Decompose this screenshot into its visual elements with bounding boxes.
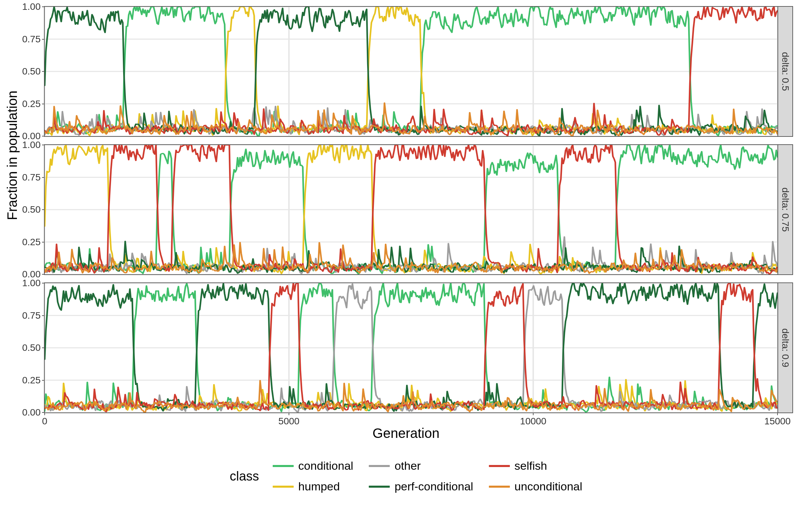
legend-swatch — [369, 465, 390, 467]
y-tick-label: 0.25 — [22, 237, 41, 248]
legend-label: unconditional — [515, 480, 582, 493]
y-tick-label: 0.50 — [22, 66, 41, 77]
x-tick-label: 5000 — [278, 416, 299, 427]
facet-panels: 0.000.250.500.751.00delta: 0.50.000.250.… — [44, 6, 793, 413]
facet-panel: 0.000.250.500.751.00delta: 0.75 — [44, 144, 793, 275]
legend-items: conditionalotherselfishhumpedperf-condit… — [273, 459, 582, 493]
x-axis-title: Generation — [373, 426, 439, 441]
legend-item: selfish — [489, 459, 582, 472]
facet-strip: delta: 0.75 — [778, 144, 793, 275]
x-tick-label: 10000 — [520, 416, 546, 427]
y-tick-label: 1.00 — [22, 1, 41, 12]
legend-label: perf-conditional — [394, 480, 473, 493]
legend-swatch — [369, 486, 390, 488]
y-tick-label: 0.50 — [22, 204, 41, 215]
y-tick-label: 0.25 — [22, 375, 41, 386]
x-tick-label: 0 — [42, 416, 47, 427]
legend-label: selfish — [515, 459, 547, 472]
legend-item: conditional — [273, 459, 354, 472]
y-axis-title: Fraction in population — [5, 91, 20, 220]
legend-item: perf-conditional — [369, 480, 473, 493]
legend-label: conditional — [298, 459, 354, 472]
x-tick-label: 15000 — [764, 416, 791, 427]
plot-area: 0.000.250.500.751.00050001000015000 — [44, 282, 778, 413]
legend: class conditionalotherselfishhumpedperf-… — [230, 459, 582, 493]
y-tick-label: 1.00 — [22, 140, 41, 150]
y-tick-label: 1.00 — [22, 278, 41, 289]
legend-item: humped — [273, 480, 354, 493]
facet-strip: delta: 0.5 — [778, 6, 793, 137]
legend-swatch — [273, 486, 294, 488]
facet-strip-label: delta: 0.75 — [780, 188, 791, 232]
facet-figure: Fraction in population 0.000.250.500.751… — [0, 0, 812, 508]
y-tick-label: 0.50 — [22, 342, 41, 353]
y-tick-label: 0.25 — [22, 99, 41, 109]
legend-label: humped — [298, 480, 340, 493]
plot-area: 0.000.250.500.751.00 — [44, 6, 778, 137]
legend-swatch — [489, 465, 510, 467]
facet-strip: delta: 0.9 — [778, 282, 793, 413]
y-tick-label: 0.00 — [22, 407, 41, 418]
legend-item: unconditional — [489, 480, 582, 493]
y-tick-label: 0.75 — [22, 172, 41, 183]
legend-label: other — [394, 459, 421, 472]
plot-area: 0.000.250.500.751.00 — [44, 144, 778, 275]
legend-swatch — [489, 486, 510, 488]
legend-title: class — [230, 469, 259, 484]
legend-item: other — [369, 459, 473, 472]
facet-strip-label: delta: 0.5 — [780, 52, 791, 91]
legend-swatch — [273, 465, 294, 467]
facet-panel: 0.000.250.500.751.00050001000015000delta… — [44, 282, 793, 413]
facet-panel: 0.000.250.500.751.00delta: 0.5 — [44, 6, 793, 137]
facet-strip-label: delta: 0.9 — [780, 328, 791, 367]
y-tick-label: 0.75 — [22, 34, 41, 45]
y-tick-label: 0.75 — [22, 310, 41, 321]
